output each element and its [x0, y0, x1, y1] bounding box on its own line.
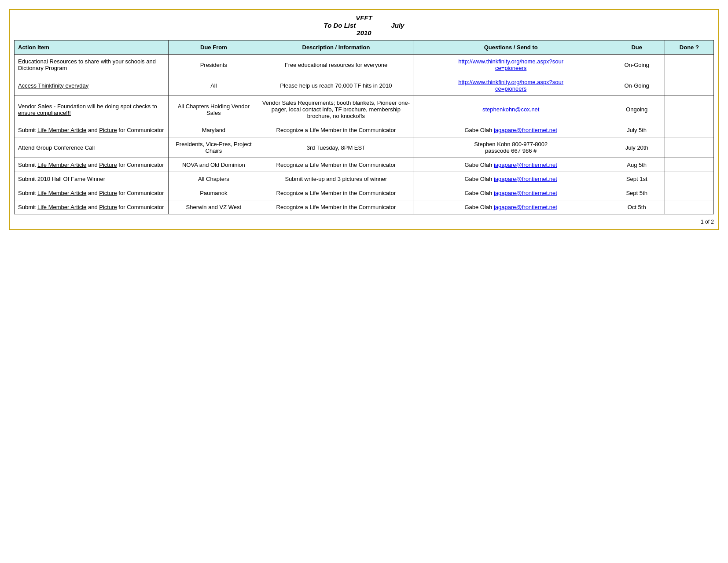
row-1-done [665, 75, 713, 96]
row-8-done [665, 200, 713, 214]
row-0-description: Free educational resources for everyone [259, 55, 413, 75]
row-3-duefrom: Maryland [168, 123, 259, 137]
table-row: Access Thinkfinity everydayAllPlease hel… [15, 75, 714, 96]
table-row: Submit Life Member Article and Picture f… [15, 123, 714, 137]
row-0-duefrom: Presidents [168, 55, 259, 75]
col-header-description: Description / Information [259, 40, 413, 55]
row-5-done [665, 158, 713, 172]
row-8-duefrom: Sherwin and VZ West [168, 200, 259, 214]
row-8-action: Submit Life Member Article and Picture f… [15, 200, 169, 214]
row-5-due: Aug 5th [609, 158, 665, 172]
row-2-due: Ongoing [609, 96, 665, 123]
table-row: Educational Resources to share with your… [15, 55, 714, 75]
doc-year: 2010 [14, 29, 714, 37]
table-row: Submit Life Member Article and Picture f… [15, 200, 714, 214]
row-7-done [665, 186, 713, 200]
page-container: VFFT To Do List July 2010 Action Item Du… [9, 9, 719, 230]
subtitle-left: To Do List [324, 22, 356, 29]
row-4-questions: Stephen Kohn 800-977-8002passcode 667 98… [413, 137, 609, 158]
row-2-action: Vendor Sales - Foundation will be doing … [15, 96, 169, 123]
row-3-questions: Gabe Olah jagapare@frontiernet.net [413, 123, 609, 137]
table-row: Submit Life Member Article and Picture f… [15, 186, 714, 200]
row-6-action: Submit 2010 Hall Of Fame Winner [15, 172, 169, 186]
col-header-questions: Questions / Send to [413, 40, 609, 55]
row-3-done [665, 123, 713, 137]
row-4-done [665, 137, 713, 158]
main-table: Action Item Due From Description / Infor… [14, 40, 714, 214]
table-row: Vendor Sales - Foundation will be doing … [15, 96, 714, 123]
row-1-action: Access Thinkfinity everyday [15, 75, 169, 96]
row-0-done [665, 55, 713, 75]
row-7-description: Recognize a Life Member in the Communica… [259, 186, 413, 200]
row-6-questions: Gabe Olah jagapare@frontiernet.net [413, 172, 609, 186]
row-1-duefrom: All [168, 75, 259, 96]
row-0-questions: http://www.thinkfinity.org/home.aspx?sou… [413, 55, 609, 75]
row-8-due: Oct 5th [609, 200, 665, 214]
page-number: 1 of 2 [701, 219, 714, 225]
row-3-due: July 5th [609, 123, 665, 137]
row-1-questions: http://www.thinkfinity.org/home.aspx?sou… [413, 75, 609, 96]
row-4-description: 3rd Tuesday, 8PM EST [259, 137, 413, 158]
table-row: Submit 2010 Hall Of Fame WinnerAll Chapt… [15, 172, 714, 186]
row-8-description: Recognize a Life Member in the Communica… [259, 200, 413, 214]
row-8-questions: Gabe Olah jagapare@frontiernet.net [413, 200, 609, 214]
col-header-duefrom: Due From [168, 40, 259, 55]
row-7-questions: Gabe Olah jagapare@frontiernet.net [413, 186, 609, 200]
row-2-duefrom: All Chapters Holding Vendor Sales [168, 96, 259, 123]
doc-title: VFFT [14, 14, 714, 22]
row-2-questions: stephenkohn@cox.net [413, 96, 609, 123]
page-title: VFFT To Do List July 2010 [14, 14, 714, 37]
row-5-description: Recognize a Life Member in the Communica… [259, 158, 413, 172]
table-row: Attend Group Conference CallPresidents, … [15, 137, 714, 158]
doc-subtitle: To Do List July [14, 22, 714, 29]
row-6-due: Sept 1st [609, 172, 665, 186]
row-7-duefrom: Paumanok [168, 186, 259, 200]
row-4-due: July 20th [609, 137, 665, 158]
row-2-description: Vendor Sales Requirements; booth blanket… [259, 96, 413, 123]
row-7-action: Submit Life Member Article and Picture f… [15, 186, 169, 200]
row-0-due: On-Going [609, 55, 665, 75]
col-header-due: Due [609, 40, 665, 55]
row-6-done [665, 172, 713, 186]
subtitle-right: July [391, 22, 404, 29]
row-3-action: Submit Life Member Article and Picture f… [15, 123, 169, 137]
row-5-duefrom: NOVA and Old Dominion [168, 158, 259, 172]
row-5-action: Submit Life Member Article and Picture f… [15, 158, 169, 172]
row-0-action: Educational Resources to share with your… [15, 55, 169, 75]
table-row: Submit Life Member Article and Picture f… [15, 158, 714, 172]
row-1-due: On-Going [609, 75, 665, 96]
col-header-action: Action Item [15, 40, 169, 55]
row-6-description: Submit write-up and 3 pictures of winner [259, 172, 413, 186]
row-6-duefrom: All Chapters [168, 172, 259, 186]
row-1-description: Please help us reach 70,000 TF hits in 2… [259, 75, 413, 96]
row-2-done [665, 96, 713, 123]
row-5-questions: Gabe Olah jagapare@frontiernet.net [413, 158, 609, 172]
row-3-description: Recognize a Life Member in the Communica… [259, 123, 413, 137]
row-7-due: Sept 5th [609, 186, 665, 200]
page-footer: 1 of 2 [14, 219, 714, 225]
col-header-done: Done ? [665, 40, 713, 55]
row-4-duefrom: Presidents, Vice-Pres, Project Chairs [168, 137, 259, 158]
row-4-action: Attend Group Conference Call [15, 137, 169, 158]
table-header-row: Action Item Due From Description / Infor… [15, 40, 714, 55]
